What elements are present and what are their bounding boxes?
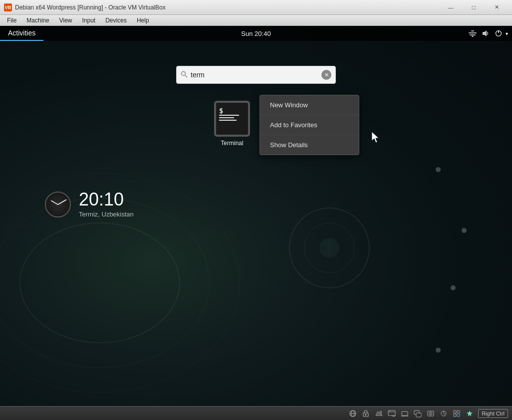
- close-button[interactable]: ✕: [485, 0, 508, 15]
- taskbar-icon-3[interactable]: [373, 408, 384, 419]
- terminal-app-icon[interactable]: $ Terminal: [210, 101, 255, 147]
- svg-rect-44: [454, 414, 456, 417]
- svg-rect-32: [402, 412, 408, 416]
- svg-point-17: [182, 71, 186, 75]
- svg-rect-35: [416, 413, 421, 417]
- taskbar-icon-1[interactable]: [347, 408, 358, 419]
- clock-minute-hand: [58, 199, 67, 205]
- topbar-clock: Sun 20:40: [241, 30, 270, 37]
- svg-point-38: [430, 413, 431, 414]
- search-icon: [181, 71, 188, 79]
- terminal-icon-box: $: [214, 101, 250, 137]
- gnome-topbar: Activities Sun 20:40: [0, 26, 512, 41]
- clock-hour-hand: [51, 200, 58, 205]
- menu-devices[interactable]: Devices: [100, 16, 132, 25]
- taskbar-icon-6[interactable]: [412, 408, 423, 419]
- search-input[interactable]: [191, 71, 321, 79]
- virtualbox-icon: VB: [4, 3, 12, 11]
- menu-help[interactable]: Help: [132, 16, 154, 25]
- activities-overlay[interactable]: [0, 41, 512, 420]
- terminal-prompt-symbol: $: [219, 107, 223, 115]
- taskbar-icon-9[interactable]: [451, 408, 462, 419]
- topbar-right-area: ▾: [467, 26, 512, 41]
- terminal-line-3: [219, 120, 237, 121]
- taskbar-icon-7[interactable]: [425, 408, 436, 419]
- network-icon[interactable]: [467, 27, 479, 39]
- terminal-app-label: Terminal: [221, 140, 243, 147]
- svg-rect-12: [471, 30, 474, 31]
- window-title: Debian x64 Wordpress [Running] - Oracle …: [15, 4, 439, 11]
- window-controls: — □ ✕: [439, 0, 508, 15]
- menubar: File Machine View Input Devices Help: [0, 15, 512, 26]
- menu-machine[interactable]: Machine: [21, 16, 54, 25]
- clock-time-display: 20:10: [79, 191, 134, 209]
- activities-button[interactable]: Activities: [0, 26, 43, 41]
- svg-rect-10: [469, 32, 477, 33]
- svg-rect-45: [457, 414, 460, 417]
- clock-face: [45, 192, 71, 217]
- taskbar-icon-4[interactable]: [386, 408, 397, 419]
- svg-marker-14: [483, 30, 487, 36]
- right-ctrl-label: Right Ctrl: [478, 409, 508, 418]
- topbar-dropdown-arrow[interactable]: ▾: [506, 31, 508, 36]
- terminal-line-2: [219, 117, 234, 118]
- taskbar-icon-8[interactable]: [438, 408, 449, 419]
- terminal-line-1: [219, 115, 239, 116]
- svg-line-41: [444, 414, 445, 415]
- menu-input[interactable]: Input: [77, 16, 101, 25]
- svg-rect-11: [470, 34, 476, 35]
- clock-text-area: 20:10 Termiz, Uzbekistan: [79, 191, 134, 218]
- svg-point-24: [365, 414, 367, 416]
- power-icon[interactable]: [493, 27, 505, 39]
- vm-screen[interactable]: Activities Sun 20:40: [0, 26, 512, 420]
- volume-icon[interactable]: [480, 27, 492, 39]
- window-titlebar: VB Debian x64 Wordpress [Running] - Orac…: [0, 0, 512, 15]
- clock-widget: 20:10 Termiz, Uzbekistan: [45, 191, 134, 218]
- bottom-taskbar: Right Ctrl: [0, 406, 512, 420]
- context-menu-show-details[interactable]: Show Details: [260, 135, 359, 155]
- clock-location: Termiz, Uzbekistan: [79, 210, 134, 218]
- svg-point-13: [472, 36, 474, 37]
- svg-line-18: [185, 75, 188, 77]
- menu-file[interactable]: File: [2, 16, 21, 25]
- svg-marker-46: [467, 411, 473, 417]
- context-menu-new-window[interactable]: New Window: [260, 95, 359, 115]
- search-bar: ✕: [176, 66, 336, 84]
- context-menu-add-favorites[interactable]: Add to Favorites: [260, 115, 359, 135]
- menu-view[interactable]: View: [54, 16, 77, 25]
- svg-rect-43: [457, 411, 460, 413]
- context-menu: New Window Add to Favorites Show Details: [259, 95, 359, 155]
- svg-rect-26: [388, 411, 395, 416]
- minimize-button[interactable]: —: [439, 0, 462, 15]
- taskbar-icon-5[interactable]: [399, 408, 410, 419]
- svg-rect-42: [454, 411, 456, 413]
- search-clear-button[interactable]: ✕: [321, 70, 331, 80]
- terminal-icon-inner: $: [216, 103, 248, 135]
- taskbar-icon-2[interactable]: [360, 408, 371, 419]
- maximize-button[interactable]: □: [462, 0, 485, 15]
- taskbar-icon-star[interactable]: [464, 408, 475, 419]
